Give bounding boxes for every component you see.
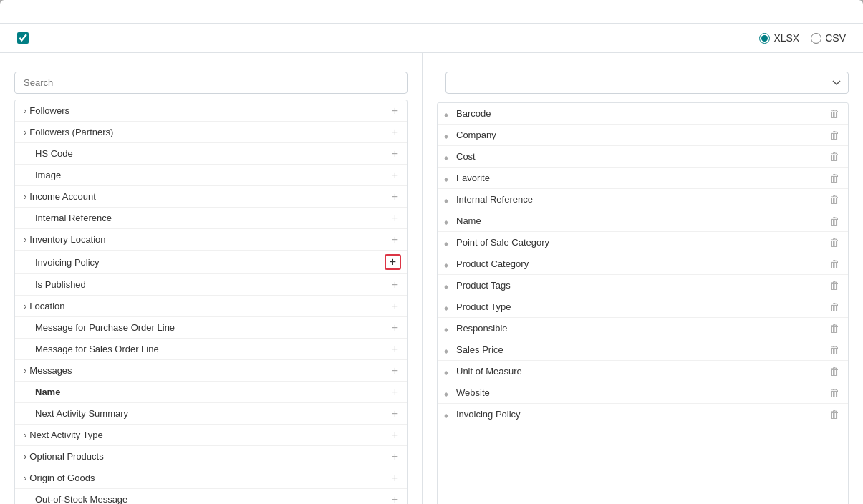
export-field-label: Unit of Measure: [456, 366, 823, 377]
delete-field-button[interactable]: 🗑: [827, 322, 842, 334]
add-field-button[interactable]: +: [389, 472, 401, 484]
drag-handle-icon[interactable]: ⬥: [443, 194, 449, 205]
delete-field-button[interactable]: 🗑: [827, 258, 842, 270]
export-field-label: Name: [456, 215, 823, 226]
export-field-label: Favorite: [456, 173, 823, 183]
add-field-button[interactable]: +: [389, 191, 401, 203]
field-label: Origin of Goods: [24, 472, 95, 483]
add-field-button[interactable]: +: [389, 344, 401, 355]
delete-field-button[interactable]: 🗑: [827, 107, 842, 120]
close-button[interactable]: [837, 11, 846, 14]
list-item: ⬥Cost🗑: [438, 146, 848, 168]
drag-handle-icon[interactable]: ⬥: [443, 409, 449, 420]
add-field-button[interactable]: +: [389, 301, 401, 312]
search-input[interactable]: [14, 72, 408, 94]
list-item: ⬥Point of Sale Category🗑: [438, 232, 848, 253]
delete-field-button[interactable]: 🗑: [827, 150, 842, 163]
drag-handle-icon[interactable]: ⬥: [443, 387, 449, 399]
add-field-button[interactable]: +: [389, 234, 401, 246]
list-item: Optional Products+: [15, 446, 407, 467]
field-label: Internal Reference: [24, 213, 112, 223]
delete-field-button[interactable]: 🗑: [827, 301, 842, 313]
drag-handle-icon[interactable]: ⬥: [443, 366, 449, 377]
add-field-button[interactable]: +: [389, 430, 401, 441]
field-label: Name: [24, 387, 60, 397]
list-item: Out-of-Stock Message+: [15, 489, 407, 504]
import-compatible-checkbox[interactable]: [17, 32, 29, 44]
add-field-button[interactable]: +: [389, 148, 401, 160]
list-item: ⬥Internal Reference🗑: [438, 189, 848, 210]
add-field-button[interactable]: +: [389, 494, 401, 505]
list-item: Followers+: [15, 100, 407, 122]
import-compatible-checkbox-row[interactable]: [17, 32, 34, 44]
top-bar: XLSX CSV: [0, 24, 863, 53]
delete-field-button[interactable]: 🗑: [827, 344, 842, 356]
delete-field-button[interactable]: 🗑: [827, 279, 842, 291]
export-field-label: Responsible: [456, 323, 823, 334]
add-field-button[interactable]: +: [389, 213, 401, 224]
export-field-label: Sales Price: [456, 344, 823, 355]
list-item: Invoicing Policy+: [15, 251, 407, 274]
delete-field-button[interactable]: 🗑: [827, 215, 842, 227]
list-item: ⬥Favorite🗑: [438, 168, 848, 189]
add-field-button[interactable]: +: [389, 387, 401, 398]
xlsx-option[interactable]: XLSX: [759, 32, 799, 44]
field-label: Inventory Location: [24, 234, 106, 245]
export-field-label: Internal Reference: [456, 194, 823, 205]
delete-field-button[interactable]: 🗑: [827, 193, 842, 205]
list-item: ⬥Name🗑: [438, 210, 848, 232]
modal-body: Followers+Followers (Partners)+HS Code+I…: [0, 53, 863, 504]
delete-field-button[interactable]: 🗑: [827, 129, 842, 141]
template-row: [437, 72, 849, 94]
field-label: HS Code: [24, 148, 73, 159]
add-field-button[interactable]: +: [389, 105, 401, 117]
list-item: Origin of Goods+: [15, 467, 407, 489]
add-field-button[interactable]: +: [389, 451, 401, 462]
delete-field-button[interactable]: 🗑: [827, 172, 842, 184]
drag-handle-icon[interactable]: ⬥: [443, 151, 449, 163]
export-data-modal: XLSX CSV Followers+Followers (Partners)+…: [0, 0, 863, 504]
field-label: Message for Purchase Order Line: [24, 322, 175, 333]
drag-handle-icon[interactable]: ⬥: [443, 237, 449, 248]
drag-handle-icon[interactable]: ⬥: [443, 280, 449, 291]
delete-field-button[interactable]: 🗑: [827, 236, 842, 248]
drag-handle-icon[interactable]: ⬥: [443, 173, 449, 184]
add-field-button[interactable]: +: [389, 279, 401, 291]
export-field-label: Product Type: [456, 301, 823, 312]
list-item: Next Activity Type+: [15, 425, 407, 446]
add-field-button[interactable]: +: [389, 170, 401, 181]
export-field-label: Barcode: [456, 108, 823, 119]
list-item: Is Published+: [15, 274, 407, 296]
delete-field-button[interactable]: 🗑: [827, 365, 842, 377]
template-select[interactable]: [445, 72, 849, 94]
list-item: Messages+: [15, 360, 407, 382]
list-item: HS Code+: [15, 143, 407, 165]
list-item: ⬥Invoicing Policy🗑: [438, 404, 848, 425]
drag-handle-icon[interactable]: ⬥: [443, 323, 449, 334]
drag-handle-icon[interactable]: ⬥: [443, 344, 449, 356]
csv-radio[interactable]: [811, 33, 821, 44]
xlsx-radio[interactable]: [759, 33, 770, 44]
csv-option[interactable]: CSV: [811, 32, 846, 44]
add-field-button[interactable]: +: [389, 322, 401, 334]
list-item: Inventory Location+: [15, 229, 407, 251]
list-item: Followers (Partners)+: [15, 122, 407, 143]
drag-handle-icon[interactable]: ⬥: [443, 301, 449, 313]
add-field-button[interactable]: +: [385, 254, 401, 270]
export-field-label: Website: [456, 387, 823, 398]
left-panel: Followers+Followers (Partners)+HS Code+I…: [0, 53, 423, 504]
list-item: Income Account+: [15, 186, 407, 208]
delete-field-button[interactable]: 🗑: [827, 387, 842, 399]
add-field-button[interactable]: +: [389, 408, 401, 420]
field-label: Out-of-Stock Message: [24, 494, 127, 504]
delete-field-button[interactable]: 🗑: [827, 408, 842, 420]
drag-handle-icon[interactable]: ⬥: [443, 215, 449, 227]
field-label: Image: [24, 170, 61, 180]
field-label: Next Activity Type: [24, 430, 103, 440]
list-item: Name+: [15, 382, 407, 403]
add-field-button[interactable]: +: [389, 127, 401, 138]
drag-handle-icon[interactable]: ⬥: [443, 130, 449, 141]
add-field-button[interactable]: +: [389, 365, 401, 377]
drag-handle-icon[interactable]: ⬥: [443, 108, 449, 120]
drag-handle-icon[interactable]: ⬥: [443, 258, 449, 270]
